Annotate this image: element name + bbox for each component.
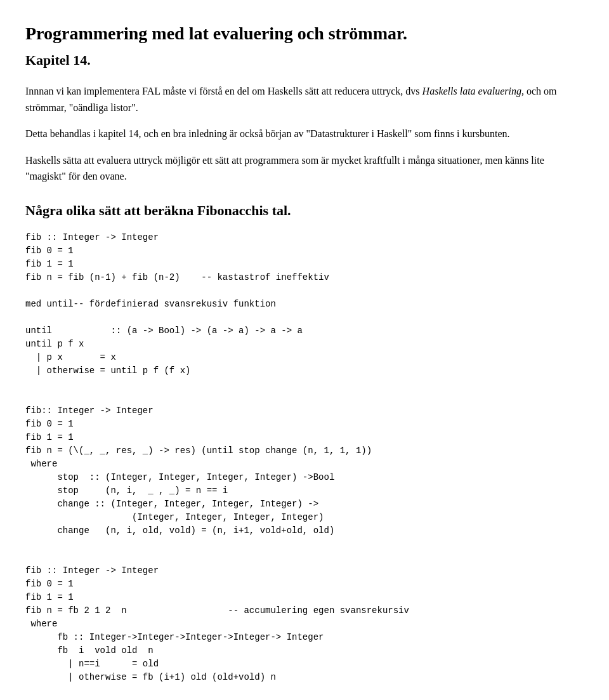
intro-paragraph-1: Innnan vi kan implementera FAL måste vi … — [25, 83, 584, 116]
section-title: Några olika sätt att beräkna Fibonacchis… — [25, 200, 584, 221]
intro-paragraph-2: Detta behandlas i kapitel 14, och en bra… — [25, 126, 584, 142]
page-title: Programmering med lat evaluering och str… — [25, 20, 584, 47]
intro-paragraph-3: Haskells sätta att evaluera uttryck möjl… — [25, 152, 584, 185]
intro-text-before-italic: Innnan vi kan implementera FAL måste vi … — [25, 86, 422, 96]
chapter-label: Kapitel 14. — [25, 50, 584, 70]
code-block-main: fib :: Integer -> Integer fib 0 = 1 fib … — [25, 231, 584, 684]
intro-italic: Haskells lata evaluering — [422, 86, 521, 96]
